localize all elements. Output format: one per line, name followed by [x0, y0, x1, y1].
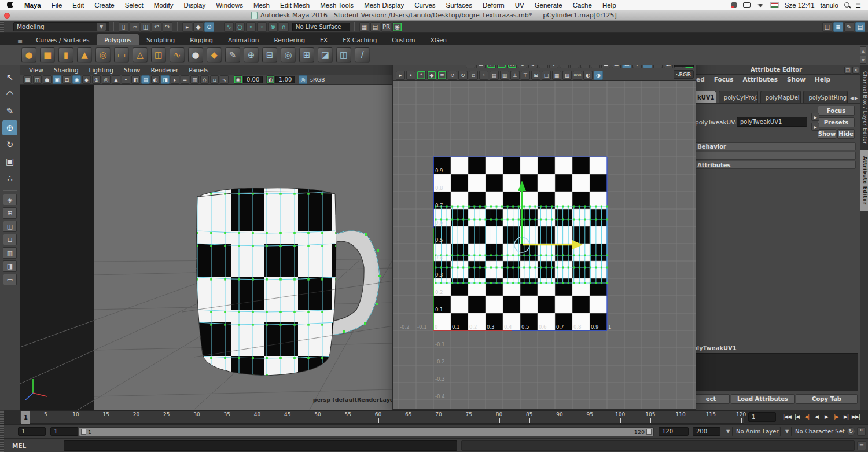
viewport-toolbar-icon-3[interactable]: ▣ — [53, 75, 61, 84]
menubar-user[interactable]: tanulo — [821, 2, 838, 9]
viewport-toolbar-icon-0[interactable]: ▦ — [23, 75, 32, 84]
viewport-toolbar-icon-2[interactable]: ● — [43, 75, 52, 84]
attribute-editor-toggle-icon[interactable]: ≣ — [833, 22, 843, 32]
two-pane-stacked-layout[interactable]: ⊟ — [3, 234, 17, 245]
ae-tab-polymapdel1[interactable]: polyMapDel1 — [760, 91, 801, 103]
polygon-pyramid-icon[interactable]: △ — [133, 47, 148, 63]
tab-attribute-editor[interactable]: Attribute Editor — [860, 150, 868, 211]
bridge-icon[interactable]: ◫ — [336, 47, 351, 63]
play-forwards-button[interactable]: ▶ — [822, 411, 831, 422]
viewport-toolbar-icon-5[interactable]: ◉ — [72, 75, 81, 84]
go-to-end-button[interactable]: ▶▶| — [851, 411, 860, 422]
shelf-tab-animation[interactable]: Animation — [220, 34, 267, 45]
menu-select[interactable]: Select — [120, 2, 149, 9]
shelf-scrollbar[interactable]: ▲▼ — [860, 46, 866, 64]
close-panel-icon[interactable]: ✕ — [852, 67, 859, 74]
viewport-menu-panels[interactable]: Panels — [183, 67, 214, 74]
orient-shells-icon[interactable]: ▥ — [500, 71, 509, 80]
grab-uv-tool-icon[interactable]: * — [417, 71, 426, 80]
redo-icon[interactable]: ↷ — [163, 22, 172, 32]
tool-settings-icon[interactable]: ✎ — [844, 22, 854, 32]
viewport-toolbar-icon-17[interactable]: ▥ — [190, 75, 199, 84]
polygon-cylinder-icon[interactable]: ▮ — [58, 47, 73, 63]
viewport-toolbar-icon-6[interactable]: ◆ — [82, 75, 91, 84]
dim-image-icon[interactable]: ◑ — [594, 71, 603, 80]
copy-tab-button[interactable]: Copy Tab — [796, 394, 858, 404]
shelf-tab-custom[interactable]: Custom — [384, 34, 422, 45]
polygon-cube-icon[interactable]: ■ — [40, 47, 55, 63]
scroll-down-icon[interactable]: ▼ — [860, 56, 866, 64]
paint-select-tool[interactable]: ✎ — [2, 104, 17, 119]
step-forward-button[interactable]: ▶| — [841, 411, 851, 422]
exposure-field[interactable]: 0.00 — [243, 76, 263, 83]
new-scene-icon[interactable]: ▯ — [119, 22, 128, 32]
live-surface-field[interactable]: No Live Surface — [292, 23, 350, 31]
menu-help[interactable]: Help — [597, 2, 621, 9]
menu-windows[interactable]: Windows — [211, 2, 248, 9]
menu-uv[interactable]: UV — [510, 2, 529, 9]
command-line-grip[interactable] — [0, 439, 4, 452]
last-tool-used[interactable]: ∴ — [2, 171, 17, 186]
ipr-render-icon[interactable]: PR — [381, 22, 391, 32]
custom-layout[interactable]: ▭ — [3, 274, 17, 285]
time-slider-grip[interactable] — [0, 410, 4, 424]
checker-display-icon[interactable]: ▨ — [562, 71, 572, 80]
viewport-menu-lighting[interactable]: Lighting — [84, 67, 119, 74]
multi-cut-icon[interactable]: / — [355, 47, 370, 63]
menu-modify[interactable]: Modify — [149, 2, 179, 9]
viewport-menu-renderer[interactable]: Renderer — [145, 67, 183, 74]
menu-maya[interactable]: Maya — [19, 2, 46, 9]
select-hierarchy-icon[interactable]: ▸ — [182, 22, 192, 32]
float-panel-icon[interactable]: ❐ — [844, 67, 851, 74]
chevron-down-icon[interactable]: ▼ — [726, 429, 730, 434]
menubar-clock[interactable]: Sze 12:41 — [785, 2, 815, 9]
load-attributes-button[interactable]: Load Attributes — [731, 394, 795, 404]
render-current-frame-icon[interactable]: ▤ — [370, 22, 380, 32]
pin-uv-icon[interactable]: ▫ — [469, 71, 478, 80]
menu-mesh[interactable]: Mesh — [248, 2, 275, 9]
ae-tab-polysplitring2[interactable]: polySplitRing2 — [803, 91, 847, 103]
sculpt-brush-icon[interactable]: ✎ — [225, 47, 240, 63]
spotlight-icon[interactable] — [844, 2, 849, 8]
current-time-field[interactable]: 1 — [748, 412, 776, 422]
show-button[interactable]: Show — [818, 129, 836, 139]
ae-menu-attributes[interactable]: Attributes — [743, 76, 778, 83]
menu-mesh-display[interactable]: Mesh Display — [359, 2, 409, 9]
playback-end-field[interactable]: 120 — [659, 427, 689, 436]
menuset-select[interactable]: Modeling ▼ — [13, 22, 109, 31]
notes-field[interactable] — [693, 353, 858, 391]
viewport-toolbar-icon-20[interactable]: ∿ — [220, 75, 229, 84]
viewport-toolbar-icon-15[interactable]: ▸ — [171, 75, 179, 84]
uv-select-icon[interactable]: ▸ — [396, 71, 405, 80]
snap-grid-icon[interactable]: ∿ — [224, 22, 234, 32]
extrude-icon[interactable]: ⊞ — [299, 47, 314, 63]
viewport-toolbar-icon-14[interactable]: ◨ — [161, 75, 170, 84]
unpin-uv-icon[interactable]: ◦ — [479, 71, 488, 80]
previous-key-button[interactable]: ◀| — [802, 411, 811, 422]
rotate-cw-icon[interactable]: ↻ — [458, 71, 468, 80]
menu-deform[interactable]: Deform — [477, 2, 510, 9]
go-to-start-button[interactable]: |◀◀ — [782, 411, 792, 422]
viewport-toolbar-icon-4[interactable]: ⊞ — [62, 75, 71, 84]
align-v-min-icon[interactable]: ⊤ — [521, 71, 530, 80]
wifi-icon[interactable] — [756, 2, 764, 8]
scale-tool[interactable]: ▣ — [2, 154, 17, 169]
smear-uv-tool-icon[interactable]: ≡ — [437, 71, 447, 80]
menu-surfaces[interactable]: Surfaces — [441, 2, 477, 9]
snap-projected-center-icon[interactable]: ◦ — [257, 22, 267, 32]
shelf-menu-icon[interactable]: ≡ — [17, 38, 23, 45]
input-connections-icon[interactable]: ▸ — [811, 113, 819, 121]
pinch-uv-tool-icon[interactable]: ◆ — [427, 71, 436, 80]
ae-menu-show[interactable]: Show — [787, 76, 806, 83]
script-editor-icon[interactable]: ≣ — [857, 441, 866, 450]
polygon-pipe-icon[interactable]: ◫ — [151, 47, 166, 63]
render-settings-icon[interactable]: ◉ — [392, 22, 402, 32]
hide-button[interactable]: Hide — [837, 129, 855, 139]
polygon-soccer-ball-icon[interactable]: ● — [188, 47, 203, 63]
modeling-toolkit-icon[interactable]: ◫ — [822, 22, 832, 32]
close-window-icon[interactable] — [4, 13, 10, 19]
viewport-menu-shading[interactable]: Shading — [49, 67, 84, 74]
shelf-tab-fx-caching[interactable]: FX Caching — [335, 34, 384, 45]
save-scene-icon[interactable]: ◫ — [141, 22, 150, 32]
gamma-field[interactable]: 1.00 — [275, 76, 295, 83]
